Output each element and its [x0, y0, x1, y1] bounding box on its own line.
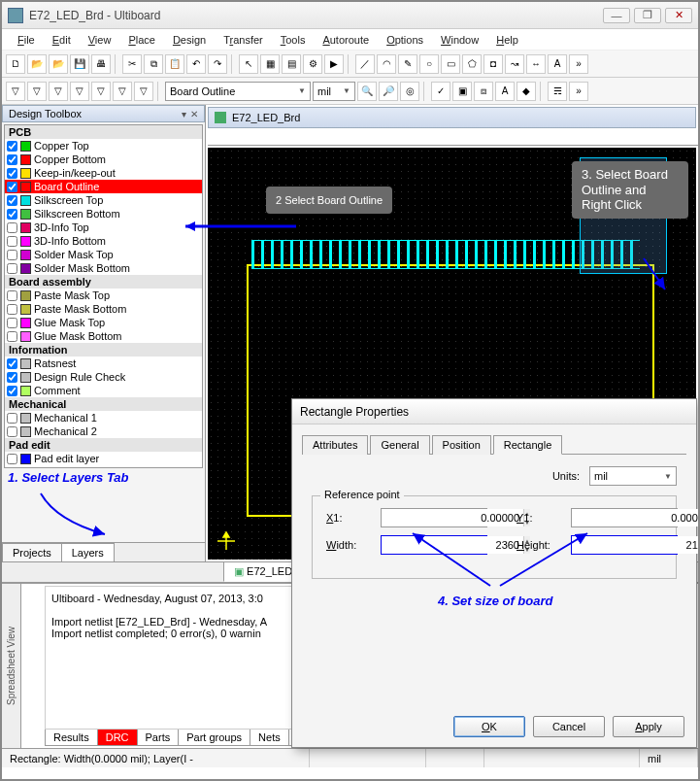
cancel-button[interactable]: Cancel	[533, 716, 605, 737]
tab-drc[interactable]: DRC	[97, 730, 138, 746]
layer-row[interactable]: 3D-Info Top	[5, 221, 202, 234]
drc-icon[interactable]: ✓	[431, 82, 450, 101]
paste-icon[interactable]: 📋	[165, 54, 184, 74]
new-icon[interactable]: 🗋	[6, 54, 25, 74]
width-input[interactable]: ▲▼	[381, 535, 487, 555]
ok-button[interactable]: OK	[453, 716, 525, 737]
more2-icon[interactable]: »	[569, 82, 588, 101]
layer-checkbox[interactable]	[7, 141, 17, 152]
copy-icon[interactable]: ⧉	[144, 54, 163, 74]
redo-icon[interactable]: ↷	[208, 54, 227, 74]
print-icon[interactable]: 🖶	[91, 54, 111, 74]
layer-checkbox[interactable]	[7, 168, 17, 179]
filter5-icon[interactable]: ▽	[91, 82, 111, 101]
units-combo[interactable]: mil▼	[589, 466, 677, 486]
minimize-button[interactable]: —	[603, 8, 630, 23]
3d-icon[interactable]: ▣	[452, 82, 472, 101]
menu-view[interactable]: View	[81, 32, 119, 48]
layer-checkbox[interactable]	[7, 263, 17, 274]
grid-icon[interactable]: ▦	[260, 54, 280, 74]
dim-icon[interactable]: ↔	[526, 54, 546, 74]
layer-checkbox[interactable]	[7, 386, 17, 396]
layer-row[interactable]: Design Rule Check	[5, 370, 202, 384]
circle-icon[interactable]: ○	[419, 54, 439, 74]
zoom3-icon[interactable]: ◎	[400, 82, 419, 101]
tab-projects[interactable]: Projects	[2, 543, 62, 561]
misc4-icon[interactable]: ☴	[548, 82, 567, 101]
layer-checkbox[interactable]	[7, 195, 17, 206]
db-icon[interactable]: ▤	[282, 54, 301, 74]
tab-general[interactable]: General	[370, 435, 429, 455]
menu-file[interactable]: File	[10, 32, 43, 48]
menu-tools[interactable]: Tools	[273, 32, 314, 48]
layer-checkbox[interactable]	[7, 222, 17, 233]
tab-nets[interactable]: Nets	[250, 730, 289, 746]
filter6-icon[interactable]: ▽	[113, 82, 132, 101]
open-icon[interactable]: 📂	[27, 54, 47, 74]
zoom1-icon[interactable]: 🔍	[357, 82, 377, 101]
line-icon[interactable]: ／	[355, 54, 375, 74]
layer-row[interactable]: Paste Mask Bottom	[5, 302, 202, 316]
poly-icon[interactable]: ⬠	[462, 54, 482, 74]
layer-row[interactable]: Solder Mask Top	[5, 248, 202, 261]
layer-checkbox[interactable]	[7, 182, 17, 192]
y1-input[interactable]: ▲▼	[571, 508, 678, 527]
tab-rectangle[interactable]: Rectangle	[493, 435, 563, 455]
spreadsheet-view-tab[interactable]: Spreadsheet View	[2, 584, 21, 748]
misc3-icon[interactable]: ◆	[517, 82, 536, 101]
menu-transfer[interactable]: Transfer	[216, 32, 271, 48]
layer-checkbox[interactable]	[7, 358, 17, 369]
more-icon[interactable]: »	[569, 54, 588, 74]
arc-icon[interactable]: ◠	[377, 54, 396, 74]
filter4-icon[interactable]: ▽	[70, 82, 89, 101]
cut-icon[interactable]: ✂	[122, 54, 142, 74]
via-icon[interactable]: ◘	[483, 54, 503, 74]
layer-row[interactable]: Copper Top	[5, 139, 202, 153]
layer-checkbox[interactable]	[7, 209, 17, 220]
x1-input[interactable]: ▲▼	[381, 508, 487, 527]
text-icon[interactable]: A	[548, 54, 567, 74]
layer-checkbox[interactable]	[7, 426, 17, 437]
select-icon[interactable]: ↖	[239, 54, 258, 74]
menu-design[interactable]: Design	[165, 32, 214, 48]
filter3-icon[interactable]: ▽	[49, 82, 68, 101]
layer-checkbox[interactable]	[7, 290, 17, 301]
height-input[interactable]: ▲▼	[571, 535, 678, 555]
layer-row[interactable]: Ratsnest	[5, 357, 202, 370]
menu-help[interactable]: Help	[488, 32, 526, 48]
layer-checkbox[interactable]	[7, 331, 17, 342]
layer-checkbox[interactable]	[7, 318, 17, 328]
menu-edit[interactable]: Edit	[45, 32, 79, 48]
trace-icon[interactable]: ↝	[505, 54, 524, 74]
misc1-icon[interactable]: ⧈	[474, 82, 493, 101]
layer-row[interactable]: Comment	[5, 384, 202, 397]
save-icon[interactable]: 💾	[70, 54, 89, 74]
layer-checkbox[interactable]	[7, 454, 17, 464]
child-window-title[interactable]: E72_LED_Brd	[208, 107, 696, 128]
layer-checkbox[interactable]	[7, 372, 17, 383]
filter7-icon[interactable]: ▽	[134, 82, 153, 101]
layers-list[interactable]: PCBCopper TopCopper BottomKeep-in/keep-o…	[4, 124, 203, 468]
menu-place[interactable]: Place	[120, 32, 163, 48]
layer-checkbox[interactable]	[7, 413, 17, 424]
layer-row[interactable]: Keep-in/keep-out	[5, 166, 202, 180]
layer-checkbox[interactable]	[7, 154, 17, 165]
menu-window[interactable]: Window	[433, 32, 486, 48]
layer-row[interactable]: Solder Mask Bottom	[5, 261, 202, 275]
tab-position[interactable]: Position	[432, 435, 491, 455]
layer-row[interactable]: 3D-Info Bottom	[5, 234, 202, 248]
filter1-icon[interactable]: ▽	[6, 82, 25, 101]
layer-row[interactable]: Mechanical 2	[5, 424, 202, 438]
open2-icon[interactable]: 📂	[49, 54, 68, 74]
layer-row[interactable]: Glue Mask Bottom	[5, 329, 202, 343]
panel-close-icon[interactable]: ✕	[190, 109, 198, 119]
layer-checkbox[interactable]	[7, 304, 17, 315]
layer-row[interactable]: Board Outline	[5, 180, 202, 193]
layer-row[interactable]: Mechanical 1	[5, 411, 202, 424]
unit-combo[interactable]: mil▼	[313, 82, 355, 101]
close-button[interactable]: ✕	[665, 8, 692, 23]
layer-checkbox[interactable]	[7, 250, 17, 260]
pencil-icon[interactable]: ✎	[398, 54, 417, 74]
layer-combo[interactable]: Board Outline▼	[165, 82, 311, 101]
layer-checkbox[interactable]	[7, 236, 17, 247]
